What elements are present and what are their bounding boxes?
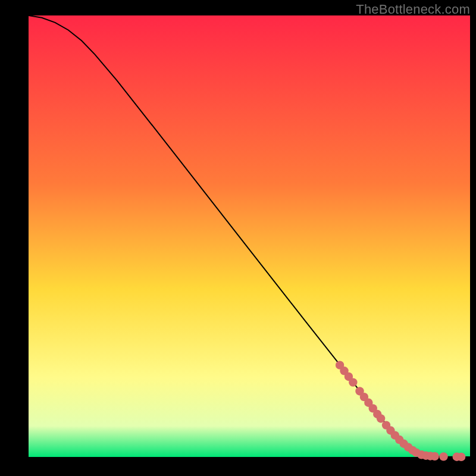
watermark-text: TheBottleneck.com xyxy=(356,2,470,17)
data-point xyxy=(430,452,439,461)
chart-plot xyxy=(0,0,476,476)
data-point xyxy=(457,453,465,461)
chart-container: TheBottleneck.com xyxy=(0,0,476,476)
data-point xyxy=(439,452,447,461)
data-point xyxy=(349,378,357,386)
plot-background xyxy=(29,15,470,457)
data-point xyxy=(377,414,385,422)
